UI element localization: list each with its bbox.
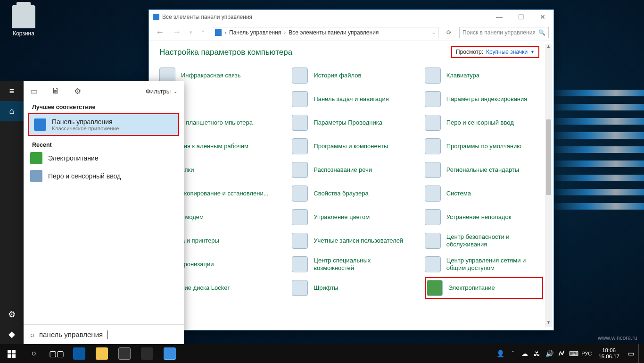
tray-action-center-icon[interactable]: ▭ [626, 350, 636, 357]
window-maximize-button[interactable]: ☐ [510, 10, 532, 24]
tray-people-icon[interactable]: 👤 [495, 350, 505, 357]
breadcrumb-1[interactable]: Панель управления [229, 29, 281, 36]
scope-settings-icon[interactable]: ⚙ [74, 86, 81, 96]
troubleshoot-icon [425, 209, 441, 225]
control-panel-app-icon [34, 118, 46, 131]
address-dropdown-icon[interactable]: ⌵ [432, 30, 435, 35]
address-bar[interactable]: › Панель управления › Все элементы панел… [212, 27, 438, 38]
rail-settings-button[interactable]: ⚙ [0, 304, 24, 324]
show-desktop-button[interactable] [638, 344, 641, 363]
cp-item-speech-recognition[interactable]: Распознавание речи [292, 159, 410, 181]
cp-item-system[interactable]: Система [425, 183, 543, 204]
internet-options-icon [292, 186, 308, 202]
search-icon: 🔍 [538, 29, 545, 36]
result-subtitle: Классическое приложение [52, 126, 119, 131]
cp-item-file-history[interactable]: История файлов [292, 65, 410, 86]
cp-item-keyboard[interactable]: Клавиатура [425, 65, 543, 86]
taskbar-explorer[interactable] [91, 344, 113, 363]
cp-item-default-programs[interactable]: Программы по умолчанию [425, 135, 543, 157]
taskbar-control-panel-running[interactable] [158, 344, 181, 363]
recycle-bin[interactable]: Корзина [5, 5, 42, 37]
explorer-icon [292, 115, 308, 131]
start-search-flyout: ▭ 🗎 ⚙ Фильтры ⌄ Лучшее соответствие Пане… [24, 81, 184, 344]
rail-hamburger-button[interactable]: ≡ [0, 81, 24, 101]
cp-item-programs-features[interactable]: Программы и компоненты [292, 135, 410, 157]
search-input[interactable]: Поиск в панели управления 🔍 [459, 27, 549, 38]
nav-forward-button[interactable]: → [171, 27, 183, 37]
region-icon [425, 162, 441, 178]
control-panel-body: Настройка параметров компьютера Просмотр… [149, 41, 553, 330]
nav-back-button[interactable]: ← [154, 27, 166, 37]
window-close-button[interactable]: ✕ [532, 10, 553, 24]
tray-chevron-up-icon[interactable]: ˄ [508, 350, 517, 357]
background-lights [550, 76, 644, 264]
cp-item-indexing-options[interactable]: Параметры индексирования [425, 88, 543, 110]
cp-item-power-options[interactable]: Электропитание [425, 277, 543, 299]
best-match-header: Лучшее соответствие [24, 101, 184, 111]
control-panel-icon [153, 14, 159, 20]
indexing-icon [425, 91, 441, 107]
cp-item-regional-standards[interactable]: Региональные стандарты [425, 159, 543, 181]
result-title: Панель управления [52, 118, 119, 126]
cp-item-ease-of-access[interactable]: Центр специальных возможностей [292, 253, 410, 275]
tray-network-icon[interactable]: 🖧 [532, 350, 542, 357]
taskbar: ○ ▢▢ 👤 ˄ ☁ 🖧 🔊 🗲 ⌨ РУС 18:06 15.06.17 ▭ [0, 344, 644, 363]
security-flag-icon [425, 233, 441, 249]
start-rail: ≡ ⌂ ⚙ ◆ [0, 81, 24, 344]
programs-icon [292, 138, 308, 154]
recent-power-options[interactable]: Электропитание [24, 149, 184, 167]
filters-dropdown[interactable]: Фильтры ⌄ [146, 88, 177, 95]
breadcrumb-2[interactable]: Все элементы панели управления [289, 29, 379, 36]
taskbar-icon [292, 91, 308, 107]
tray-input-icon[interactable]: ⌨ [569, 350, 578, 357]
cp-item-color-management[interactable]: Управление цветом [292, 206, 410, 228]
network-icon [425, 256, 441, 272]
task-view-button[interactable]: ▢▢ [45, 344, 68, 363]
scroll-up-icon[interactable]: ▲ [545, 44, 552, 51]
cp-item-troubleshooting[interactable]: Устранение неполадок [425, 206, 543, 228]
file-history-icon [292, 68, 308, 84]
system-icon [425, 186, 441, 202]
search-placeholder: Поиск в панели управления [462, 29, 536, 36]
rail-home-button[interactable]: ⌂ [0, 101, 24, 121]
search-value: панель управления [39, 330, 103, 338]
tray-clock[interactable]: 18:06 15.06.17 [594, 347, 623, 359]
scroll-down-icon[interactable]: ▼ [545, 320, 552, 327]
svg-rect-2 [8, 354, 11, 358]
scope-documents-icon[interactable]: 🗎 [52, 86, 60, 96]
tray-volume-icon[interactable]: 🔊 [545, 350, 554, 357]
chevron-down-icon: ▼ [530, 50, 535, 54]
tray-onedrive-icon[interactable]: ☁ [520, 350, 529, 357]
recycle-bin-icon [12, 5, 35, 28]
scroll-thumb[interactable] [546, 119, 551, 195]
cp-item-network-sharing[interactable]: Центр управления сетями и общим доступом [425, 253, 543, 275]
refresh-button[interactable]: ⟳ [443, 29, 454, 36]
window-minimize-button[interactable]: — [488, 10, 510, 24]
cp-item-pen-touch[interactable]: Перо и сенсорный ввод [425, 112, 543, 134]
tray-language[interactable]: РУС [581, 351, 592, 356]
start-button[interactable] [0, 344, 23, 363]
recent-pen-touch[interactable]: Перо и сенсорный ввод [24, 167, 184, 185]
window-titlebar[interactable]: Все элементы панели управления — ☐ ✕ [149, 10, 553, 24]
taskbar-edge[interactable] [68, 344, 91, 363]
scope-apps-icon[interactable]: ▭ [30, 86, 38, 96]
start-search-input[interactable]: ⌕ панель управления [24, 324, 184, 344]
view-selector[interactable]: Просмотр: Крупные значки ▼ [451, 46, 539, 58]
rail-user-button[interactable]: ◆ [0, 324, 24, 344]
nav-toolbar: ← → ▾ ↑ › Панель управления › Все элемен… [149, 24, 553, 41]
cp-item-taskbar-navigation[interactable]: Панель задач и навигация [292, 88, 410, 110]
breadcrumb-icon [215, 29, 222, 36]
tray-power-icon[interactable]: 🗲 [557, 350, 566, 357]
cp-item-user-accounts[interactable]: Учетные записи пользователей [292, 230, 410, 252]
result-control-panel[interactable]: Панель управления Классическое приложени… [28, 113, 179, 136]
cp-item-security-maintenance[interactable]: Центр безопасности и обслуживания [425, 230, 543, 252]
taskbar-search-button[interactable]: ○ [23, 344, 45, 363]
nav-up-button[interactable]: ↑ [199, 27, 207, 37]
scrollbar[interactable]: ▲ ▼ [545, 44, 552, 327]
taskbar-mail[interactable] [136, 344, 158, 363]
cp-item-fonts[interactable]: Шрифты [292, 277, 410, 299]
taskbar-store[interactable] [113, 344, 136, 363]
cp-item-internet-options[interactable]: Свойства браузера [292, 183, 410, 204]
cp-item-explorer-options[interactable]: Параметры Проводника [292, 112, 410, 134]
nav-history-dropdown[interactable]: ▾ [188, 29, 194, 35]
